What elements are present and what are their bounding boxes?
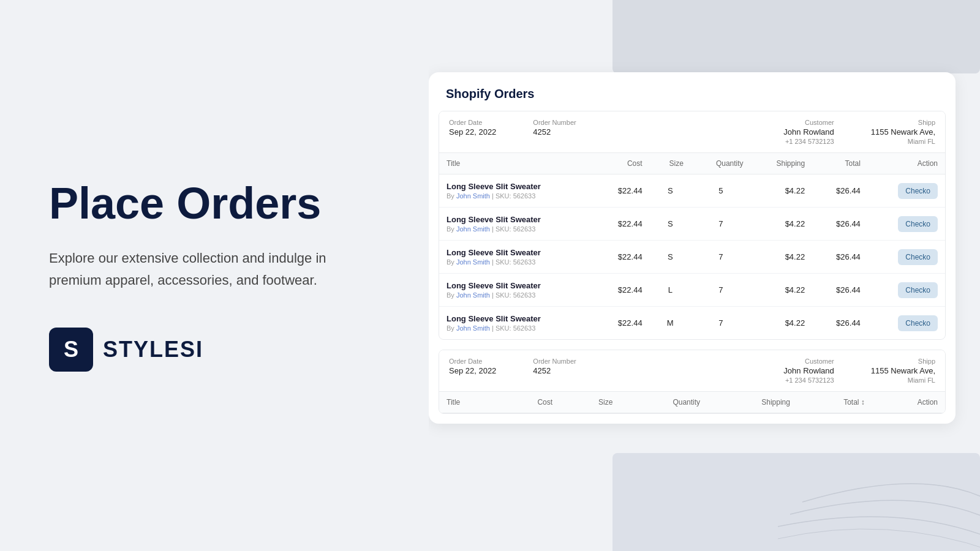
decorative-lines — [778, 453, 980, 551]
shipping-section: Shipp 1155 Newark Ave, Miami FL — [871, 119, 935, 145]
cost-cell: $22.44 — [594, 274, 650, 307]
checkout-button[interactable]: Checko — [898, 216, 938, 232]
order-header-1: Order Date Sep 22, 2022 Order Number 425… — [439, 111, 945, 153]
cost-cell: $22.44 — [594, 174, 650, 208]
total-cell: $26.44 — [812, 208, 868, 241]
col-total: Total — [812, 153, 868, 174]
table-row: Long Sleeve Slit Sweater By John Smith |… — [439, 174, 945, 208]
order-number-label-2: Order Number — [533, 358, 576, 365]
shipping-cell: $4.22 — [751, 274, 813, 307]
customer-name: John Rowland — [783, 127, 834, 137]
size-cell: M — [650, 307, 691, 340]
cost-cell: $22.44 — [594, 241, 650, 274]
brand-logo: S STYLESI — [49, 328, 392, 372]
author-link[interactable]: John Smith — [456, 258, 490, 266]
checkout-button[interactable]: Checko — [898, 249, 938, 265]
col-shipping: Shipping — [751, 153, 813, 174]
table-header-row: Title Cost Size Quantity Shipping Total … — [439, 153, 945, 174]
table-header-row-2: Title Cost Size Quantity Shipping Total … — [439, 392, 945, 413]
author-link[interactable]: John Smith — [456, 291, 490, 299]
shipping-cell: $4.22 — [751, 174, 813, 208]
order-number-value-2: 4252 — [533, 366, 576, 375]
hero-subtitle: Explore our extensive collection and ind… — [49, 247, 368, 290]
order-number-label: Order Number — [533, 119, 576, 126]
total-cell: $26.44 — [812, 274, 868, 307]
product-cell: Long Sleeve Slit Sweater By John Smith |… — [439, 174, 594, 208]
action-cell: Checko — [868, 174, 945, 208]
customer-phone: +1 234 5732123 — [783, 138, 834, 145]
card-title: Shopify Orders — [429, 72, 956, 111]
order-date-label: Order Date — [449, 119, 496, 126]
size-cell: S — [650, 174, 691, 208]
customer-label: Customer — [783, 119, 834, 126]
action-cell: Checko — [868, 274, 945, 307]
author-link[interactable]: John Smith — [456, 192, 490, 200]
action-cell: Checko — [868, 208, 945, 241]
shipping-city-2: Miami FL — [871, 377, 935, 384]
col-total-2: Total ↕ — [797, 392, 872, 413]
shipping-cell: $4.22 — [751, 241, 813, 274]
shipping-label-2: Shipp — [871, 358, 935, 365]
right-area: Shopify Orders Order Date Sep 22, 2022 O… — [429, 0, 980, 551]
col-cost: Cost — [594, 153, 650, 174]
order-table-2: Title Cost Size Quantity Shipping Total … — [439, 392, 945, 413]
col-quantity-2: Quantity — [620, 392, 707, 413]
author-link[interactable]: John Smith — [456, 324, 490, 332]
shipping-address-2: 1155 Newark Ave, — [871, 366, 935, 375]
quantity-cell: 7 — [691, 274, 751, 307]
action-cell: Checko — [868, 241, 945, 274]
col-quantity: Quantity — [691, 153, 751, 174]
product-cell: Long Sleeve Slit Sweater By John Smith |… — [439, 208, 594, 241]
order-number-section: Order Number 4252 — [533, 119, 576, 145]
col-action: Action — [868, 153, 945, 174]
col-size: Size — [650, 153, 691, 174]
orders-card: Shopify Orders Order Date Sep 22, 2022 O… — [429, 72, 956, 424]
top-background-box — [612, 0, 980, 73]
order-number-section-2: Order Number 4252 — [533, 358, 576, 384]
product-cell: Long Sleeve Slit Sweater By John Smith |… — [439, 307, 594, 340]
left-panel: Place Orders Explore our extensive colle… — [0, 0, 429, 551]
quantity-cell: 7 — [691, 208, 751, 241]
order-date-value: Sep 22, 2022 — [449, 127, 496, 137]
col-shipping-2: Shipping — [707, 392, 797, 413]
shipping-cell: $4.22 — [751, 208, 813, 241]
cost-cell: $22.44 — [594, 208, 650, 241]
size-cell: S — [650, 241, 691, 274]
order-group-2: Order Date Sep 22, 2022 Order Number 425… — [439, 350, 946, 414]
table-row: Long Sleeve Slit Sweater By John Smith |… — [439, 274, 945, 307]
bottom-background-box — [612, 453, 980, 551]
shipping-cell: $4.22 — [751, 307, 813, 340]
hero-title: Place Orders — [49, 179, 392, 228]
col-action-2: Action — [872, 392, 945, 413]
customer-label-2: Customer — [783, 358, 834, 365]
order-number-value: 4252 — [533, 127, 576, 137]
customer-section-2: Customer John Rowland +1 234 5732123 — [783, 358, 834, 384]
author-link[interactable]: John Smith — [456, 225, 490, 233]
quantity-cell: 5 — [691, 174, 751, 208]
brand-name: STYLESI — [103, 337, 203, 362]
col-title: Title — [439, 153, 594, 174]
order-date-value-2: Sep 22, 2022 — [449, 366, 496, 375]
order-table-1: Title Cost Size Quantity Shipping Total … — [439, 153, 945, 339]
shipping-section-2: Shipp 1155 Newark Ave, Miami FL — [871, 358, 935, 384]
customer-section: Customer John Rowland +1 234 5732123 — [783, 119, 834, 145]
table-row: Long Sleeve Slit Sweater By John Smith |… — [439, 241, 945, 274]
total-cell: $26.44 — [812, 307, 868, 340]
col-title-2: Title — [439, 392, 498, 413]
product-cell: Long Sleeve Slit Sweater By John Smith |… — [439, 241, 594, 274]
action-cell: Checko — [868, 307, 945, 340]
customer-phone-2: +1 234 5732123 — [783, 377, 834, 384]
quantity-cell: 7 — [691, 241, 751, 274]
table-row: Long Sleeve Slit Sweater By John Smith |… — [439, 208, 945, 241]
checkout-button[interactable]: Checko — [898, 315, 938, 331]
order-date-section: Order Date Sep 22, 2022 — [449, 119, 496, 145]
checkout-button[interactable]: Checko — [898, 282, 938, 298]
col-cost-2: Cost — [498, 392, 560, 413]
shipping-address: 1155 Newark Ave, — [871, 127, 935, 137]
shipping-label: Shipp — [871, 119, 935, 126]
product-cell: Long Sleeve Slit Sweater By John Smith |… — [439, 274, 594, 307]
order-date-section-2: Order Date Sep 22, 2022 — [449, 358, 496, 384]
order-header-2: Order Date Sep 22, 2022 Order Number 425… — [439, 350, 945, 392]
total-cell: $26.44 — [812, 174, 868, 208]
checkout-button[interactable]: Checko — [898, 183, 938, 199]
